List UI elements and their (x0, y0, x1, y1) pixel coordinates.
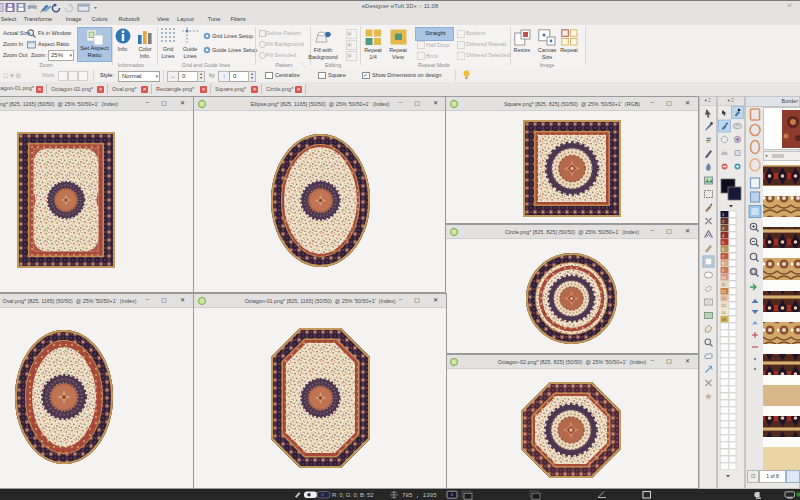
svg-text:18: 18 (721, 317, 726, 322)
svg-text:#: # (706, 135, 711, 145)
svg-text:10: 10 (721, 275, 726, 280)
svg-text:785 , 1305: 785 , 1305 (402, 492, 437, 499)
svg-text:12: 12 (721, 289, 726, 294)
svg-text:14: 14 (721, 296, 726, 301)
svg-text:R: 0, G: 0, B: 52: R: 0, G: 0, B: 52 (332, 492, 374, 498)
svg-text:15: 15 (721, 303, 726, 308)
svg-text:16: 16 (721, 310, 726, 315)
